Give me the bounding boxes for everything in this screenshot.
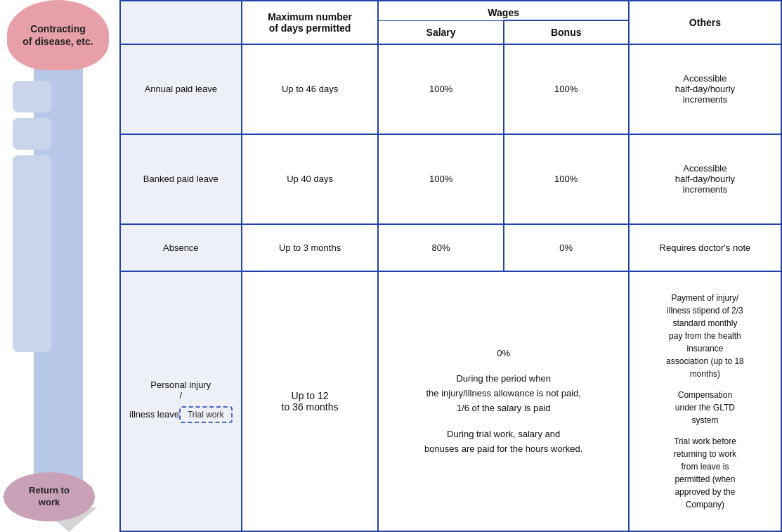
cloud-shape: Contractingof disease, etc. bbox=[7, 0, 109, 70]
label-cell: Absence bbox=[120, 224, 242, 271]
return-bubble: Return towork bbox=[4, 472, 95, 521]
row-annual-paid-leave: Annual paid leave Up to 46 days 100% 100… bbox=[120, 44, 781, 134]
cell-injury-max-days: Up to 12to 36 months bbox=[242, 271, 379, 531]
cell-absence-salary: 80% bbox=[378, 224, 503, 271]
cell-annual-others: Accessiblehalf-day/hourlyincrements bbox=[629, 44, 781, 134]
return-label: Return towork bbox=[29, 485, 70, 509]
side-box-3 bbox=[13, 155, 51, 352]
cell-injury-salary-bonus: 0% During the period whenthe injury/illn… bbox=[378, 271, 628, 531]
cell-annual-salary: 100% bbox=[378, 44, 503, 134]
header-bonus: Bonus bbox=[504, 20, 629, 44]
row-banked-paid-leave: Banked paid leave Up 40 days 100% 100% A… bbox=[120, 134, 781, 224]
main-table: Maximum numberof days permitted Wages Ot… bbox=[119, 0, 782, 532]
side-box-1 bbox=[13, 81, 51, 112]
header-salary: Salary bbox=[378, 20, 503, 44]
contracting-label: Contractingof disease, etc. bbox=[22, 22, 93, 48]
trial-work-box: Trial work bbox=[179, 406, 233, 423]
cell-injury-others: Payment of injury/illness stipend of 2/3… bbox=[629, 271, 781, 531]
cell-banked-max-days: Up 40 days bbox=[242, 134, 379, 224]
header-row-label-empty bbox=[120, 1, 242, 44]
cell-banked-salary: 100% bbox=[378, 134, 503, 224]
cell-banked-others: Accessiblehalf-day/hourlyincrements bbox=[629, 134, 781, 224]
cell-absence-others: Requires doctor's note bbox=[629, 224, 781, 271]
cell-annual-max-days: Up to 46 days bbox=[242, 44, 379, 134]
side-boxes bbox=[13, 81, 51, 352]
row-personal-injury: Personal injury/illness leaveTrial work … bbox=[120, 271, 781, 531]
injury-others-text: Payment of injury/illness stipend of 2/3… bbox=[634, 292, 776, 511]
header-max-days: Maximum numberof days permitted bbox=[242, 1, 379, 44]
cell-absence-bonus: 0% bbox=[504, 224, 629, 271]
header-wages: Wages bbox=[378, 1, 628, 20]
label-cell: Annual paid leave bbox=[120, 44, 242, 134]
row-absence: Absence Up to 3 months 80% 0% Requires d… bbox=[120, 224, 781, 271]
left-panel: Contractingof disease, etc. Return towor… bbox=[0, 0, 119, 532]
injury-salary-text: 0% During the period whenthe injury/illn… bbox=[383, 346, 623, 457]
side-box-2 bbox=[13, 118, 51, 150]
cell-absence-max-days: Up to 3 months bbox=[242, 224, 379, 271]
label-cell: Banked paid leave bbox=[120, 134, 242, 224]
cell-banked-bonus: 100% bbox=[504, 134, 629, 224]
cell-annual-bonus: 100% bbox=[504, 44, 629, 134]
label-cell: Personal injury/illness leaveTrial work bbox=[120, 271, 242, 531]
header-others: Others bbox=[629, 1, 781, 44]
main-container: Contractingof disease, etc. Return towor… bbox=[0, 0, 782, 532]
table-area: Maximum numberof days permitted Wages Ot… bbox=[119, 0, 782, 532]
